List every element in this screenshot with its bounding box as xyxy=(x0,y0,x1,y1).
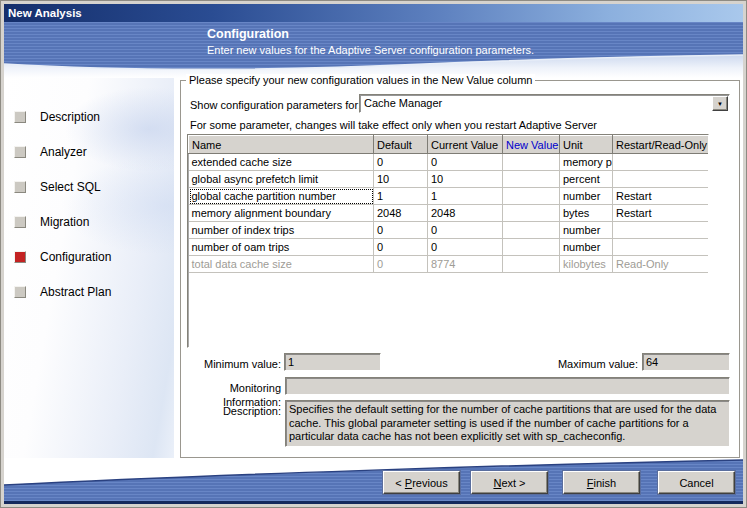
minimum-value-field[interactable]: 1 xyxy=(284,353,381,371)
parameter-group-select[interactable]: Cache Manager ▼ xyxy=(359,94,730,113)
next-button[interactable]: Next > xyxy=(471,471,548,494)
col-current-value[interactable]: Current Value xyxy=(428,136,503,154)
filter-label: Show configuration parameters for: xyxy=(190,98,361,112)
step-label: Select SQL xyxy=(40,180,101,194)
previous-label-post: revious xyxy=(412,477,447,489)
table-row[interactable]: number of index trips 0 0 number xyxy=(189,222,709,239)
step-label: Analyzer xyxy=(40,145,87,159)
previous-button[interactable]: < Previous xyxy=(383,471,460,494)
new-value-cell[interactable] xyxy=(503,205,560,222)
param-name-cell[interactable]: memory alignment boundary xyxy=(189,205,374,222)
default-cell: 0 xyxy=(374,154,428,171)
table-header-row: Name Default Current Value New Value Uni… xyxy=(189,136,709,154)
step-indicator-icon xyxy=(14,181,26,193)
table-row[interactable]: number of oam trips 0 0 number xyxy=(189,239,709,256)
sidebar-item-analyzer[interactable]: Analyzer xyxy=(4,134,174,169)
new-value-cell[interactable] xyxy=(503,188,560,205)
sidebar-item-configuration[interactable]: Configuration xyxy=(4,239,174,274)
monitoring-information-field[interactable] xyxy=(285,377,730,395)
finish-button[interactable]: Finish xyxy=(563,471,640,494)
chevron-down-icon[interactable]: ▼ xyxy=(712,96,728,111)
wizard-window: New Analysis Configuration Enter new val… xyxy=(0,0,747,508)
col-new-value[interactable]: New Value xyxy=(503,136,560,154)
step-indicator-current-icon xyxy=(14,251,26,263)
wizard-inner: New Analysis Configuration Enter new val… xyxy=(4,4,743,504)
description-field[interactable]: Specifies the default setting for the nu… xyxy=(285,400,730,447)
new-value-cell[interactable] xyxy=(503,171,560,188)
default-cell: 0 xyxy=(374,222,428,239)
finish-label-key: F xyxy=(587,477,594,489)
current-value-cell: 8774 xyxy=(428,256,503,273)
default-cell: 1 xyxy=(374,188,428,205)
col-unit[interactable]: Unit xyxy=(560,136,613,154)
param-name-cell[interactable]: global async prefetch limit xyxy=(189,171,374,188)
sidebar-item-migration[interactable]: Migration xyxy=(4,204,174,239)
sidebar-item-select-sql[interactable]: Select SQL xyxy=(4,169,174,204)
parameter-group-value: Cache Manager xyxy=(364,97,442,109)
current-value-cell: 2048 xyxy=(428,205,503,222)
table-row[interactable]: extended cache size 0 0 memory pag xyxy=(189,154,709,171)
step-sidebar: Description Analyzer Select SQL Migratio… xyxy=(4,78,174,504)
description-value: Specifies the default setting for the nu… xyxy=(289,403,716,442)
unit-cell: number xyxy=(560,222,613,239)
sidebar-item-description[interactable]: Description xyxy=(4,99,174,134)
table-row-selected[interactable]: global cache partition number 1 1 number… xyxy=(189,188,709,205)
restart-cell xyxy=(613,222,709,239)
header-banner: Configuration Enter new values for the A… xyxy=(4,22,743,78)
table-row[interactable]: global async prefetch limit 10 10 percen… xyxy=(189,171,709,188)
groupbox-title: Please specify your new configuration va… xyxy=(186,74,535,86)
restart-cell: Read-Only xyxy=(613,256,709,273)
button-bar: < Previous Next > Finish Cancel xyxy=(4,458,743,504)
finish-label-post: inish xyxy=(594,477,617,489)
minimum-value: 1 xyxy=(288,356,294,368)
step-indicator-icon xyxy=(14,111,26,123)
restart-note: For some parameter, changes will take ef… xyxy=(190,118,597,132)
restart-cell xyxy=(613,171,709,188)
col-restart-readonly[interactable]: Restart/Read-Only xyxy=(613,136,709,154)
new-value-cell xyxy=(503,256,560,273)
current-value-cell: 0 xyxy=(428,222,503,239)
step-indicator-icon xyxy=(14,286,26,298)
current-value-cell: 1 xyxy=(428,188,503,205)
description-label: Description: xyxy=(181,404,281,418)
unit-cell: bytes xyxy=(560,205,613,222)
restart-cell: Restart xyxy=(613,205,709,222)
current-value-cell: 10 xyxy=(428,171,503,188)
previous-label-pre: < xyxy=(395,477,404,489)
default-cell: 0 xyxy=(374,256,428,273)
col-default[interactable]: Default xyxy=(374,136,428,154)
step-indicator-icon xyxy=(14,216,26,228)
main-area: Description Analyzer Select SQL Migratio… xyxy=(4,78,743,504)
unit-cell: memory pag xyxy=(560,154,613,171)
table-row-readonly[interactable]: total data cache size 0 8774 kilobytes R… xyxy=(189,256,709,273)
param-name-cell[interactable]: number of index trips xyxy=(189,222,374,239)
unit-cell: number xyxy=(560,188,613,205)
cancel-label-post: Cancel xyxy=(679,477,713,489)
new-value-cell[interactable] xyxy=(503,154,560,171)
minimum-value-label: Minimum value: xyxy=(181,357,281,371)
parameters-table[interactable]: Name Default Current Value New Value Uni… xyxy=(187,134,709,348)
title-bar[interactable]: New Analysis xyxy=(4,4,743,22)
new-value-cell[interactable] xyxy=(503,239,560,256)
page-content: Please specify your new configuration va… xyxy=(174,78,743,504)
cancel-button[interactable]: Cancel xyxy=(658,471,735,494)
table-row[interactable]: memory alignment boundary 2048 2048 byte… xyxy=(189,205,709,222)
param-name-cell[interactable]: number of oam trips xyxy=(189,239,374,256)
step-label: Description xyxy=(40,110,100,124)
window-title: New Analysis xyxy=(8,7,82,19)
maximum-value-field[interactable]: 64 xyxy=(642,353,730,371)
param-name-cell: total data cache size xyxy=(189,256,374,273)
sidebar-item-abstract-plan[interactable]: Abstract Plan xyxy=(4,274,174,309)
new-value-cell[interactable] xyxy=(503,222,560,239)
param-name-cell[interactable]: extended cache size xyxy=(189,154,374,171)
col-name[interactable]: Name xyxy=(189,136,374,154)
unit-cell: number xyxy=(560,239,613,256)
step-label: Configuration xyxy=(40,250,111,264)
param-name-cell[interactable]: global cache partition number xyxy=(189,188,374,205)
current-value-cell: 0 xyxy=(428,239,503,256)
restart-cell: Restart xyxy=(613,188,709,205)
step-label: Abstract Plan xyxy=(40,285,111,299)
next-label-post: ext > xyxy=(501,477,525,489)
default-cell: 2048 xyxy=(374,205,428,222)
page-title: Configuration xyxy=(207,27,534,41)
